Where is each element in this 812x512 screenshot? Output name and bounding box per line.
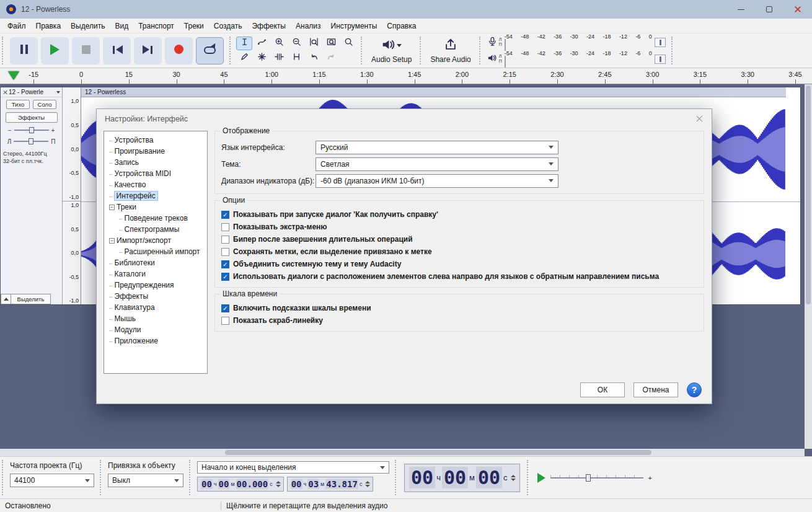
dialog-titlebar[interactable]: Настройки: Интерфейс [97,109,712,128]
tree-item-3[interactable]: ‒Устройства MIDI [104,168,207,179]
menu-item-9[interactable]: Инструменты [326,20,382,32]
playback-volume-slider[interactable] [655,55,666,64]
zoom-toggle-button[interactable] [340,37,356,50]
vertical-scrollbar[interactable] [805,84,812,449]
solo-button[interactable]: Соло [33,100,56,109]
toolbar-grip[interactable] [229,37,232,64]
play-button[interactable] [41,37,69,64]
skip-to-end-button[interactable] [134,37,162,64]
menu-item-2[interactable]: Выделить [66,20,110,32]
redo-button[interactable] [323,51,339,65]
menu-item-4[interactable]: Транспорт [133,20,179,32]
horizontal-scrollbar-thumb[interactable] [225,450,651,455]
tree-item-9[interactable]: −Импорт/экспорт [104,235,207,246]
tree-item-10[interactable]: ‒Расширенный импорт [104,246,207,257]
menu-item-6[interactable]: Создать [209,20,247,32]
zoom-out-button[interactable] [288,37,304,50]
pan-slider[interactable] [14,138,48,145]
track-close-icon[interactable] [2,90,7,95]
vertical-scrollbar-thumb[interactable] [806,86,811,304]
silence-audio-button[interactable] [288,51,304,65]
draw-tool[interactable] [236,51,252,65]
spinner-icon[interactable] [511,475,516,481]
toolbar-grip[interactable] [420,37,422,64]
fit-selection-button[interactable] [306,37,322,50]
tree-collapse-icon[interactable]: − [109,205,115,210]
fit-project-button[interactable] [323,37,339,50]
record-button[interactable] [165,37,193,64]
gain-slider[interactable] [14,126,49,134]
tree-item-7[interactable]: ‒Поведение треков [104,213,207,224]
help-button[interactable]: ? [687,382,702,397]
selection-mode-combo[interactable]: Начало и конец выделения [197,461,389,474]
menu-item-7[interactable]: Эффекты [247,20,291,32]
menu-item-5[interactable]: Треки [179,20,209,32]
checkbox-1-1[interactable] [221,223,229,231]
tree-item-2[interactable]: ‒Запись [104,157,207,168]
pan-slider-thumb[interactable] [29,138,33,144]
envelope-tool[interactable] [254,37,270,50]
tree-item-14[interactable]: ‒Эффекты [104,291,207,302]
play-at-speed-icon[interactable] [537,473,545,483]
recording-meter[interactable]: ЛП-54-48-42-36-30-24-18-12-60 [487,35,666,50]
dropdown-0-1[interactable]: Светлая [316,157,558,171]
menu-item-0[interactable]: Файл [2,20,31,32]
menu-item-10[interactable]: Справка [382,20,421,32]
toolbar-grip[interactable] [2,460,4,495]
tree-item-16[interactable]: ‒Мышь [104,313,207,324]
dropdown-0-0[interactable]: Русский [316,141,558,154]
spinner-icon[interactable] [365,481,370,487]
selection-tool[interactable] [236,37,252,50]
tree-item-8[interactable]: ‒Спектрограммы [104,224,207,235]
tree-item-13[interactable]: ‒Предупреждения [104,280,207,291]
dialog-close-icon[interactable] [695,115,704,123]
multi-tool[interactable] [254,51,270,65]
snap-combo[interactable]: Выкл [108,474,183,487]
playback-meter[interactable]: ЛП-54-48-42-36-30-24-18-12-60 [487,51,666,66]
toolbar-grip[interactable] [100,460,102,495]
tree-item-11[interactable]: ‒Библиотеки [104,257,207,268]
toolbar-grip[interactable] [189,460,192,495]
minimize-button[interactable] [726,0,755,19]
tree-item-4[interactable]: ‒Качество [104,179,207,190]
tree-item-6[interactable]: −Треки [104,201,207,213]
stop-button[interactable] [72,37,100,64]
checkbox-2-0[interactable]: ✓ [221,304,229,312]
undo-button[interactable] [306,51,322,65]
gain-slider-thumb[interactable] [29,127,34,133]
vertical-ruler[interactable]: 1,00,50,0-0,5-1,0 1,00,50,0-0,5-1,0 [63,87,81,304]
collapse-track-button[interactable] [1,294,11,304]
menu-item-1[interactable]: Правка [31,20,66,32]
menu-item-3[interactable]: Вид [110,20,133,32]
checkbox-1-5[interactable]: ✓ [221,273,229,281]
play-speed-slider-thumb[interactable] [586,474,591,482]
checkbox-2-1[interactable] [221,317,229,325]
checkbox-1-3[interactable] [221,248,229,256]
tree-collapse-icon[interactable]: − [109,238,115,244]
mute-button[interactable]: Тихо [6,100,30,109]
menu-item-8[interactable]: Анализ [291,20,326,32]
selection-start-field[interactable]: 00ч00м00.000с [197,477,284,492]
dropdown-0-2[interactable]: -60 dB (диапазон ИКМ 10-бит) [316,174,558,188]
tree-item-17[interactable]: ‒Модули [104,324,207,335]
effects-button[interactable]: Эффекты [6,112,58,123]
timeline-ruler[interactable]: -1501530451:001:151:301:452:002:152:302:… [0,68,812,84]
tree-item-18[interactable]: ‒Приложение [104,335,207,346]
tree-item-5[interactable]: ‒Интерфейс [104,190,207,201]
toolbar-grip[interactable] [361,37,363,64]
share-audio-button[interactable]: Share Audio [424,33,477,68]
ok-button[interactable]: ОК [580,382,625,397]
audio-setup-button[interactable]: Audio Setup [365,33,418,68]
clip-title-bar[interactable]: 12 - Powerless [81,87,786,97]
skip-to-start-button[interactable] [103,37,131,64]
checkbox-1-2[interactable] [221,236,229,244]
select-track-button[interactable]: Выделить [11,294,51,304]
tree-item-1[interactable]: ‒Проигрывание [104,146,207,157]
tree-item-0[interactable]: ‒Устройства [104,135,207,146]
checkbox-1-0[interactable]: ✓ [221,211,229,219]
playhead-pin-icon[interactable] [8,71,19,80]
loop-button[interactable] [196,37,224,64]
selection-end-field[interactable]: 00ч03м43.817с [287,477,374,492]
track-title[interactable]: 12 - Powerle [9,89,55,95]
toolbar-grip[interactable] [671,37,674,64]
